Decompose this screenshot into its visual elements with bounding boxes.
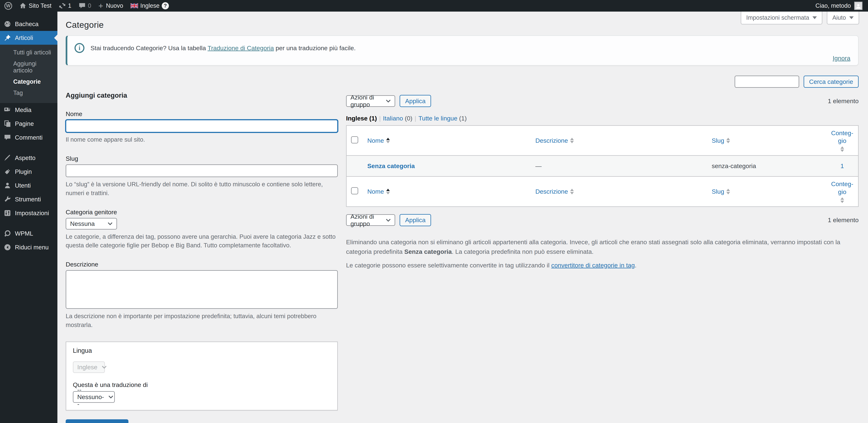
media-icon (4, 106, 11, 113)
sidebar-item-tag[interactable]: Tag (0, 87, 57, 99)
search-categories-button[interactable]: Cerca categorie (804, 75, 859, 88)
sort-arrows-icon (726, 138, 730, 143)
column-header-name: Nome (367, 188, 384, 195)
name-help: Il nome come appare sul sito. (66, 135, 338, 144)
sidebar-item-media[interactable]: Media (0, 103, 57, 117)
language-switcher[interactable]: Inglese ? (130, 2, 169, 9)
sort-arrows-icon (570, 189, 574, 194)
column-header-description: Descrizione (535, 137, 568, 144)
uk-flag-icon (130, 3, 138, 8)
language-select-value: Inglese (77, 364, 97, 371)
search-input[interactable] (735, 75, 799, 88)
slug-input[interactable] (66, 164, 338, 177)
select-all-checkbox[interactable] (351, 136, 358, 143)
new-content-menu[interactable]: + Nuovo (98, 2, 123, 10)
note-text: Le categorie possono essere selettivamen… (346, 262, 551, 269)
tablenav-bottom: Azioni di gruppo Applica 1 elemento (346, 214, 859, 226)
notice-text: Stai traducendo Categorie? Usa la tabell… (91, 44, 355, 52)
sidebar-item-label: WPML (15, 230, 33, 237)
sort-by-description[interactable]: Descrizione (535, 188, 574, 195)
site-name-link[interactable]: Sito Test (19, 2, 52, 9)
bulk-actions-select-bottom[interactable]: Azioni di gruppo (346, 214, 395, 226)
comments-link[interactable]: 0 (79, 2, 91, 9)
comments-icon (4, 134, 11, 141)
sidebar-item-aspetto[interactable]: Aspetto (0, 151, 57, 165)
sidebar-item-categorie[interactable]: Categorie (0, 76, 57, 87)
home-icon (19, 2, 27, 9)
comment-icon (79, 2, 86, 9)
filter-italiano[interactable]: Italiano (0) (383, 115, 412, 122)
plugin-icon (4, 168, 11, 175)
apply-button-bottom[interactable]: Applica (400, 214, 431, 226)
items-count: 1 elemento (828, 97, 859, 105)
parent-category-select[interactable]: Nessuna (66, 218, 117, 230)
sidebar-item-strumenti[interactable]: Strumenti (0, 192, 57, 206)
sidebar-item-bacheca[interactable]: Bacheca (0, 17, 57, 31)
chevron-down-icon (107, 222, 113, 225)
column-header-name: Nome (367, 137, 384, 144)
sidebar-item-label: Plugin (15, 168, 32, 175)
updates-link[interactable]: 1 (59, 2, 71, 9)
help-button[interactable]: Aiuto (827, 11, 859, 25)
translation-of-select[interactable]: --Nessuno-- (73, 391, 115, 403)
sidebar-item-wpml[interactable]: WPML (0, 227, 57, 240)
filter-count: (0) (405, 115, 412, 122)
language-select[interactable]: Inglese (73, 361, 105, 373)
sort-arrows-icon (726, 189, 730, 194)
collapse-arrow-icon (4, 244, 11, 251)
settings-icon (4, 209, 11, 217)
filter-separator: | (379, 115, 381, 122)
column-header-slug: Slug (712, 137, 724, 144)
sort-by-count[interactable]: Conteg-gio (831, 180, 854, 203)
sidebar-item-tutti-gli-articoli[interactable]: Tutti gli articoli (0, 47, 57, 58)
sort-by-slug[interactable]: Slug (712, 188, 730, 195)
wordpress-logo-menu[interactable]: W (4, 2, 12, 10)
site-name-label: Sito Test (29, 2, 52, 9)
page-title: Categorie (66, 20, 859, 30)
form-heading: Aggiungi categoria (66, 92, 338, 99)
category-count-link[interactable]: 1 (840, 162, 844, 169)
sort-by-description[interactable]: Descrizione (535, 137, 574, 144)
filter-inglese[interactable]: Inglese (1) (346, 115, 377, 122)
column-header-slug: Slug (712, 188, 724, 195)
sidebar-item-pagine[interactable]: Pagine (0, 117, 57, 131)
screen-options-button[interactable]: Impostazioni schermata (741, 11, 823, 25)
sidebar-item-impostazioni[interactable]: Impostazioni (0, 206, 57, 220)
description-textarea[interactable] (66, 270, 338, 309)
language-filter: Inglese (1)|Italiano (0)|Tutte le lingue… (346, 115, 859, 122)
sort-by-name[interactable]: Nome (367, 188, 390, 195)
name-input[interactable] (66, 120, 338, 132)
categories-list-panel: Cerca categorie Azioni di gruppo Applica… (346, 66, 859, 423)
category-name-link[interactable]: Senza categoria (367, 162, 415, 169)
filter-tutte-le-lingue[interactable]: Tutte le lingue (1) (418, 115, 467, 122)
sort-arrows-icon (386, 189, 390, 194)
category-slug: senza-categoria (712, 162, 756, 169)
note-text: . La categoria predefinita non può esser… (452, 248, 594, 255)
wordpress-logo-icon: W (4, 2, 12, 10)
filter-label: Italiano (383, 115, 403, 122)
filter-count: (1) (459, 115, 467, 122)
bulk-actions-select[interactable]: Azioni di gruppo (346, 95, 395, 107)
sidebar-item-aggiungi-articolo[interactable]: Aggiungi articolo (0, 58, 57, 76)
pushpin-icon (4, 34, 11, 41)
select-all-checkbox[interactable] (351, 187, 358, 194)
category-to-tag-converter-link[interactable]: convertitore di categorie in tag (551, 262, 635, 269)
translation-table-link[interactable]: Traduzione di Categoria (208, 44, 274, 52)
sort-arrows-icon (386, 138, 390, 143)
sidebar-item-commenti[interactable]: Commenti (0, 131, 57, 144)
avatar[interactable] (854, 2, 863, 10)
collapse-menu-button[interactable]: Riduci menu (0, 240, 57, 254)
apply-button[interactable]: Applica (400, 95, 431, 107)
description-label: Descrizione (66, 261, 338, 268)
sidebar-item-plugin[interactable]: Plugin (0, 165, 57, 178)
sort-by-slug[interactable]: Slug (712, 137, 730, 144)
language-help-icon[interactable]: ? (162, 2, 169, 9)
note-text: . (635, 262, 637, 269)
sort-by-name[interactable]: Nome (367, 137, 390, 144)
user-greeting[interactable]: Ciao, metodo (815, 2, 851, 9)
sidebar-item-utenti[interactable]: Utenti (0, 178, 57, 192)
sidebar-item-articoli[interactable]: Articoli (0, 31, 57, 45)
sort-by-count[interactable]: Conteg-gio (831, 129, 854, 152)
dismiss-notice-link[interactable]: Ignora (833, 55, 850, 62)
add-category-button[interactable]: Aggiungi categoria (66, 419, 128, 423)
